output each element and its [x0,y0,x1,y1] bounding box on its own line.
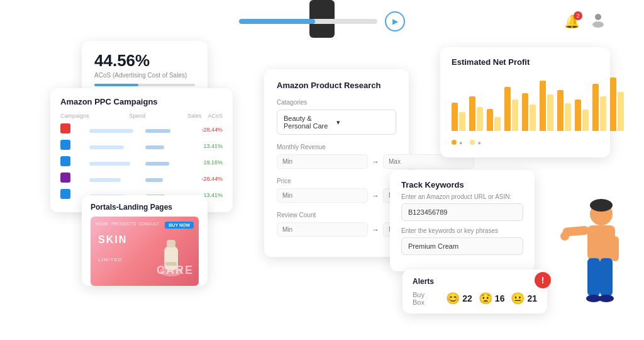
url-label: Enter an Amazon product URL or ASIN: [401,193,523,200]
chart-bar-group [575,99,589,131]
portals-brand-text: SKIN [98,234,127,246]
spend-bar-cell [89,138,146,154]
revenue-range-row: → [277,154,396,169]
svg-rect-11 [587,258,600,296]
svg-point-14 [599,295,614,302]
buy-box-label: Buy Box [413,291,437,306]
chart-bar-group [469,96,483,131]
ppc-card: Amazon PPC Campaigns Campaigns Spend Sal… [50,88,233,212]
chart-bar-group [504,87,518,131]
chart-bar-primary [592,84,599,131]
categories-row: Catagories Beauty & Personal Care ▾ [277,99,396,135]
bell-icon-wrap[interactable]: 🔔 2 [564,14,580,29]
ppc-table: Campaigns Spend Sales ACoS -28.44% [60,113,223,203]
price-range-arrow-icon: → [372,191,379,200]
acos-progress-bar [94,84,195,86]
alert-neutral: 😐 21 [511,292,537,305]
portals-nav: HOME PRODUCTS CONSULT [96,222,159,226]
chart-bar-primary [575,99,581,131]
range-arrow-icon: → [372,157,379,166]
keywords-title: Track Keywords [401,180,523,190]
alert-good: 😊 22 [446,292,472,305]
col-spend: Spend [89,113,146,122]
chart-bar-secondary [618,92,624,131]
category-select[interactable]: Beauty & Personal Care ▾ [277,110,396,135]
chart-bar-group [592,84,606,131]
chart-bar-secondary [565,103,571,131]
price-min-input[interactable] [277,188,368,203]
campaign-icon-cell [60,138,89,154]
progress-bar-fill [239,19,315,24]
categories-label: Catagories [277,99,396,106]
revenue-min-input[interactable] [277,154,368,169]
profit-chart [452,74,599,131]
table-row: 13.41% [60,138,223,154]
monthly-revenue-row: Monthly Revenue → [277,144,396,169]
review-range-arrow-icon: → [372,225,379,234]
table-row: -28.44% [60,171,223,187]
table-row: -28.44% [60,122,223,138]
person-svg [556,195,625,321]
svg-rect-4 [167,240,175,247]
review-range-row: → [277,222,396,237]
chart-legend: ● ● [452,136,599,147]
table-row: 19.16% [60,154,223,171]
chart-bar-group [452,103,465,131]
svg-point-15 [560,232,569,241]
alerts-row: Buy Box 😊 22 😟 16 😐 21 [413,291,537,306]
acos-progress-fill [94,84,138,86]
chart-bar-secondary [512,99,518,131]
acos-value: 13.41% [201,138,223,154]
chart-bar-group [522,93,536,131]
nav-consult: CONSULT [138,222,159,226]
happy-face-icon: 😊 [446,292,460,305]
neutral-face-icon: 😐 [511,292,525,305]
svg-point-7 [590,199,613,212]
portals-card: Portals-Landing Pages HOME PRODUCTS CONS… [82,195,208,286]
exclamation-icon: ! [541,275,545,285]
monthly-revenue-label: Monthly Revenue [277,144,396,150]
col-acos: ACoS [201,113,223,122]
user-avatar-icon[interactable] [590,11,606,31]
asin-url-input[interactable] [401,203,523,221]
keyword-phrase-input[interactable] [401,237,523,255]
spend-bar-cell [89,122,146,138]
chart-bar-primary [610,77,616,131]
keywords-card: Track Keywords Enter an Amazon product U… [390,170,535,271]
alert-bad-count: 16 [495,293,505,303]
portals-image: HOME PRODUCTS CONSULT BUY NOW SKIN LIMIT… [91,217,199,286]
sad-face-icon: 😟 [479,292,492,305]
chart-bar-primary [504,87,511,131]
chart-bar-primary [469,96,475,131]
review-min-input[interactable] [277,222,368,237]
portals-buy-btn[interactable]: BUY NOW [165,222,194,229]
ppc-header-row: Campaigns Spend Sales ACoS [60,113,223,122]
keyword-phrase-label: Enter the keywords or key phrases [401,227,523,234]
price-range-row: → [277,188,396,203]
acos-percent: 44.56% [94,51,195,71]
chart-bar-secondary [494,117,501,131]
campaign-icon-cell [60,171,89,187]
chart-bar-group [487,109,501,131]
nav-home: HOME [96,222,109,226]
alert-exclamation-dot: ! [535,272,551,288]
top-icons: 🔔 2 [564,11,606,31]
play-button[interactable]: ▶ [385,11,405,31]
campaign-icon-cell [60,154,89,171]
price-row: Price → [277,178,396,203]
svg-point-0 [595,14,601,20]
person-illustration [556,195,625,321]
chart-bar-group [540,81,553,131]
col-sales: Sales [145,113,201,122]
sales-bar-cell [145,138,201,154]
chart-bar-primary [452,103,458,131]
alerts-card: Alerts Buy Box 😊 22 😟 16 😐 21 [402,269,547,314]
chart-bar-primary [557,90,564,131]
svg-rect-8 [587,225,615,260]
chart-bar-secondary [582,110,589,131]
acos-label: ACoS (Advertising Cost of Sales) [94,72,195,79]
alert-good-count: 22 [462,293,472,303]
category-value: Beauty & Personal Care [284,115,336,130]
acos-value: -28.44% [201,171,223,187]
sales-bar-cell [145,154,201,171]
